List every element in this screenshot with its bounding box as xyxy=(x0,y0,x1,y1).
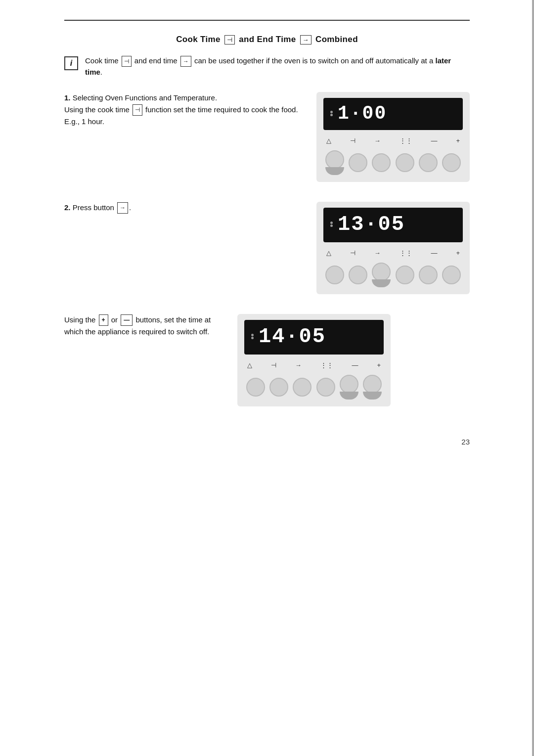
step2-dial-4 xyxy=(419,266,438,284)
step1-dial-5 xyxy=(442,153,461,172)
step3-text: Using the + or — buttons, set the time a… xyxy=(64,314,222,338)
cook-time-icon: ⊣ xyxy=(224,35,235,44)
title-cook-time: Cook Time xyxy=(176,35,221,44)
info-end-icon: → xyxy=(180,56,191,67)
btn-cook: ⊣ xyxy=(350,137,356,144)
step3-display-panel: 14·05 △ ⊣ → ⋮⋮ — + xyxy=(237,314,391,406)
step3-dial-5 xyxy=(363,375,382,394)
info-block: i Cook time ⊣ and end time → can be used… xyxy=(64,55,470,78)
step1-dial-row xyxy=(323,150,463,175)
indicator-dot-top xyxy=(330,111,333,113)
step2-text: 2. Press button →. xyxy=(64,202,302,214)
btn-bell: △ xyxy=(326,137,331,144)
step3-dial-shadow-5 xyxy=(363,392,382,400)
page-number: 23 xyxy=(461,438,470,446)
step2-number: 2. xyxy=(64,203,71,212)
step2-dial-3 xyxy=(396,266,414,284)
later-time-bold: later time xyxy=(85,56,451,76)
step3-dial-2 xyxy=(293,378,312,397)
step3-indicator xyxy=(251,334,254,339)
step3-time: 14·05 xyxy=(259,325,377,349)
step2-button-bar: △ ⊣ → ⋮⋮ — + xyxy=(323,247,463,259)
step1-screen: 1·00 xyxy=(323,98,463,130)
step1-display-panel: 1·00 △ ⊣ → ⋮⋮ — + xyxy=(316,92,470,182)
step3-screen: 14·05 xyxy=(244,320,384,355)
step3-plus-icon: + xyxy=(99,314,108,326)
step2-dial-0 xyxy=(325,266,344,284)
btn-end: → xyxy=(374,137,381,144)
step2-screen: 13·05 xyxy=(323,208,463,242)
right-border xyxy=(532,0,534,756)
s3-btn-minus: — xyxy=(352,361,358,369)
step2-indicator xyxy=(330,222,333,227)
step3-dial-shadow-4 xyxy=(340,392,358,400)
step3-dial-4-group xyxy=(340,375,358,400)
step1-dial-4 xyxy=(419,153,438,172)
s2-btn-plus: + xyxy=(456,249,460,257)
step2-dial-2 xyxy=(372,263,391,281)
s3-btn-bell: △ xyxy=(247,361,252,369)
step1-time: 1·00 xyxy=(338,103,456,124)
step1-dial-3 xyxy=(396,153,414,172)
step3-dot-bottom xyxy=(251,337,254,339)
step1-row: 1. Selecting Oven Functions and Temperat… xyxy=(64,92,470,182)
step1-cook-icon: ⊣ xyxy=(133,104,142,116)
step2-end-icon: → xyxy=(117,202,128,214)
step3-dot-top xyxy=(251,334,254,336)
step3-dial-0 xyxy=(246,378,265,397)
step3-minus-icon: — xyxy=(121,314,133,326)
step1-dial-1 xyxy=(349,153,367,172)
s2-btn-minus: — xyxy=(431,249,438,257)
s2-btn-end: → xyxy=(374,249,381,257)
end-time-icon: → xyxy=(300,35,312,44)
step1-dial-2 xyxy=(372,153,391,172)
btn-minus: — xyxy=(431,137,438,144)
step2-dot-bottom xyxy=(330,224,333,227)
step2-dial-1 xyxy=(349,266,367,284)
step1-button-bar: △ ⊣ → ⋮⋮ — + xyxy=(323,135,463,146)
step2-dial-shadow xyxy=(372,279,391,287)
step3-dial-row xyxy=(244,375,384,400)
step1-image: 1·00 △ ⊣ → ⋮⋮ — + xyxy=(316,92,470,182)
page-content: Cook Time ⊣ and End Time → Combined i Co… xyxy=(54,0,480,456)
step1-dial-0 xyxy=(325,150,344,175)
info-cook-icon: ⊣ xyxy=(122,56,132,67)
step3-dial-3 xyxy=(316,378,335,397)
step3-image: 14·05 △ ⊣ → ⋮⋮ — + xyxy=(237,314,391,406)
step3-dial-4 xyxy=(340,375,358,394)
step2-dial-5 xyxy=(442,266,461,284)
step2-dot-top xyxy=(330,222,333,224)
step1-indicator xyxy=(330,111,333,116)
s2-btn-cook: ⊣ xyxy=(350,249,356,257)
step1-text: 1. Selecting Oven Functions and Temperat… xyxy=(64,92,302,128)
s2-btn-bell: △ xyxy=(326,249,331,257)
step2-time: 13·05 xyxy=(338,213,456,236)
s3-btn-grill: ⋮⋮ xyxy=(320,361,333,369)
section-title: Cook Time ⊣ and End Time → Combined xyxy=(64,35,470,44)
step1-number: 1. xyxy=(64,93,71,102)
info-text: Cook time ⊣ and end time → can be used t… xyxy=(85,55,470,78)
s3-btn-end: → xyxy=(295,361,302,369)
s2-btn-grill: ⋮⋮ xyxy=(400,249,412,257)
step2-dial-row xyxy=(323,263,463,287)
dial-shadow xyxy=(325,167,344,175)
step2-row: 2. Press button →. 13·05 △ ⊣ → ⋮⋮ — + xyxy=(64,202,470,294)
step2-dial-2-group xyxy=(372,263,391,287)
info-icon: i xyxy=(64,56,78,70)
step2-image: 13·05 △ ⊣ → ⋮⋮ — + xyxy=(316,202,470,294)
title-combined: Combined xyxy=(315,35,358,44)
s3-btn-cook: ⊣ xyxy=(271,361,276,369)
title-and-end-time: and End Time xyxy=(239,35,296,44)
btn-plus: + xyxy=(456,137,460,144)
step3-row: Using the + or — buttons, set the time a… xyxy=(64,314,470,406)
s3-btn-plus: + xyxy=(377,361,381,369)
btn-grill: ⋮⋮ xyxy=(400,137,412,144)
dial-turned xyxy=(325,150,344,169)
step2-display-panel: 13·05 △ ⊣ → ⋮⋮ — + xyxy=(316,202,470,294)
step3-dial-1 xyxy=(269,378,288,397)
indicator-dot-bottom xyxy=(330,114,333,116)
step3-button-bar: △ ⊣ → ⋮⋮ — + xyxy=(244,359,384,371)
step3-dial-5-group xyxy=(363,375,382,400)
